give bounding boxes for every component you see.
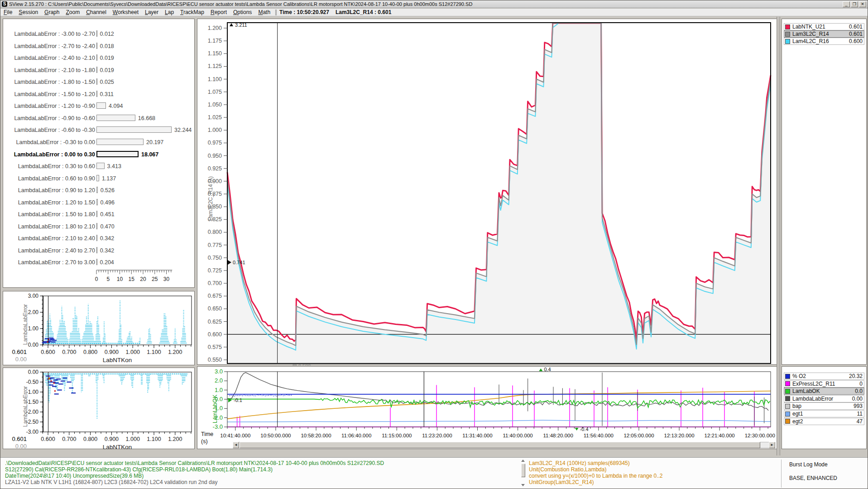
time-axis-tick: 11:15:00.000 [382,433,412,438]
min-value-marker: 0.580 [298,363,311,365]
histogram-bar [96,126,172,133]
menu-channel[interactable]: Channel [83,9,110,15]
histogram-bin-label: LambdaLabError : 0.30 to 0.60 [3,163,95,169]
histogram-bin-label: LambdaLabError : -0.30 to 0.00 [3,139,95,145]
channel-info-line: convert using y=(x/1000)+0 to Lambda in … [529,473,663,479]
min-marker-icon [293,365,297,365]
histogram-bin-value: 0.311 [100,91,114,97]
scatter-y-tick: -0.50 [26,379,39,385]
histogram-row[interactable]: LambdaLabError : 0.00 to 0.3018.067 [3,150,193,159]
histogram-row[interactable]: LambdaLabError : 0.30 to 0.603.413 [3,162,193,170]
legend-item-labntk-u21[interactable]: LabNTK_U210.601 [784,23,864,30]
legend-item-egt2[interactable]: egt247 [784,418,864,425]
legend-item-lam3l2c-r14[interactable]: Lam3L2C_R140.601 [784,30,864,38]
histogram-bin-value: 0.342 [100,235,114,242]
histogram-row[interactable]: LambdaLabError : 2.40 to 2.700.342 [3,247,193,255]
legend-item-lambdalaberror[interactable]: LambdaLabError0.00 [784,395,864,402]
histogram-row[interactable]: LambdaLabError : 1.20 to 1.500.496 [3,199,193,207]
histogram-axis-label: 20 [140,276,146,282]
histogram-row[interactable]: LambdaLabError : -1.50 to -1.200.311 [3,90,193,98]
scroll-up-icon[interactable] [521,460,525,462]
main-chart-y-tick: 1.200 [208,25,222,31]
time-axis-tick: 10:58:20.000 [301,433,331,438]
main-lambda-chart-panel[interactable]: Lam3L2C_R14 (λ) 1.2001.1751.1501.1251.10… [197,19,778,365]
menu-math[interactable]: Math [255,9,273,15]
histogram-row[interactable]: LambdaLabError : -1.20 to -0.904.094 [3,102,193,110]
histogram-row[interactable]: LambdaLabError : -0.60 to -0.3032.244 [3,126,193,134]
channel-name: LamLabOK [792,388,855,394]
scatter-error-positive-panel[interactable]: LambdaLabError 3.002.001.000.000.6000.70… [3,291,195,365]
scatter_error_neg[interactable]: 0.00-0.50-1.00-1.50-2.00-2.50-3.000.6000… [3,368,195,450]
lambda-error-histogram-panel[interactable]: LambdaLabError : -3.00 to -2.700.012Lamb… [3,19,195,288]
panel-splitter[interactable] [777,17,780,455]
scatter-x-tick: 0.600 [41,349,55,355]
menu-worksheet[interactable]: Worksheet [110,9,142,15]
channel-info-scroll-thumb[interactable] [521,464,525,477]
histogram-row[interactable]: LambdaLabError : -3.00 to -2.700.012 [3,30,193,38]
histogram-row[interactable]: LambdaLabError : 0.90 to 1.200.526 [3,186,193,194]
minimize-button[interactable]: _ [843,1,850,7]
menu-zoom[interactable]: Zoom [62,9,83,15]
lower-chart-y-tick: -1.0 [213,405,223,412]
lamlabok-chart[interactable]: 3.02.01.00.0-1.0-2.0-3.010:41:40.00010:5… [197,367,779,450]
main-chart-y-tick: 1.125 [208,63,222,69]
channel-color-swatch [785,419,790,424]
scatter-dense-point [58,383,63,384]
channel-value: 0.0 [855,388,864,394]
menu-lap[interactable]: Lap [162,9,177,15]
main-lambda-chart[interactable]: 1.2001.1751.1501.1251.1001.0751.0501.025… [197,19,779,365]
menu-trackmap[interactable]: TrackMap [177,9,207,15]
lamlabok-chart-panel[interactable]: LamLabOK ◄ ► 3.02.01.00.0-1.0-2.0-3.010:… [197,366,778,449]
histogram-row[interactable]: LambdaLabError : 2.70 to 3.000.204 [3,258,193,266]
scatter-x-tick: 0.700 [62,349,76,355]
scatter_error_pos[interactable]: 3.002.001.000.000.6000.7000.8000.9001.00… [3,291,195,366]
histogram-bin-value: 3.413 [107,163,121,169]
scroll-down-icon[interactable] [521,484,525,486]
menu-file[interactable]: File [0,9,15,15]
lamlabok-left-marker: -0.1 [234,397,242,403]
histogram-row[interactable]: LambdaLabError : 1.80 to 2.100.470 [3,223,193,231]
histogram-bin-label: LambdaLabError : -0.90 to -0.60 [3,115,95,121]
menu-separator [275,10,277,15]
channel-color-swatch [785,412,790,416]
histogram-row[interactable]: LambdaLabError : 0.60 to 0.901.137 [3,174,193,183]
scatter-x-tick: 1.000 [126,436,140,442]
histogram-bin-value: 0.470 [100,223,114,230]
histogram-row[interactable]: LambdaLabError : 2.10 to 2.400.342 [3,234,193,242]
histogram-bin-label: LambdaLabError : -1.20 to -0.90 [3,103,95,109]
channel-info-scrollbar[interactable] [521,459,526,487]
main-chart-y-tick: 0.800 [208,229,222,235]
scatter-dense-point [50,378,54,378]
menu-options[interactable]: Options [230,9,255,15]
histogram-bin-value: 0.018 [100,43,114,49]
menu-report[interactable]: Report [207,9,230,15]
menu-session[interactable]: Session [15,9,41,15]
histogram-row[interactable]: LambdaLabError : -0.30 to 0.0020.197 [3,138,193,146]
histogram-row[interactable]: LambdaLabError : -0.90 to -0.6016.668 [3,114,193,122]
legend-item-lamlabok[interactable]: LamLabOK0.0 [784,387,864,395]
histogram-bar [96,259,97,265]
legend-item-expressl2c-r11[interactable]: ExPressL2C_R110 [784,380,864,387]
main-chart-y-tick: 0.875 [208,191,222,197]
legend-item-lam4l2c-r16[interactable]: Lam4L2C_R160.600 [784,38,864,45]
lamlabok-max-marker: 0.4 [544,367,551,372]
scatter-y-tick: -2.50 [26,419,39,425]
legend-item-egt1[interactable]: egt111 [784,410,864,417]
histogram-row[interactable]: LambdaLabError : -2.70 to -2.400.018 [3,42,193,50]
menu-graph[interactable]: Graph [41,9,62,15]
histogram-row[interactable]: LambdaLabError : -2.40 to -2.100.019 [3,54,193,62]
histogram-row[interactable]: LambdaLabError : -2.10 to -1.800.019 [3,66,193,74]
histogram-bar [96,115,135,121]
time-axis-tick: 11:23:20.000 [422,433,452,438]
close-button[interactable]: ✕ [859,1,866,7]
scatter-dense-point [61,381,65,382]
scatter-error-negative-panel[interactable]: LambdaLabError 0.00-0.50-1.00-1.50-2.00-… [3,368,195,449]
menu-layer[interactable]: Layer [142,9,162,15]
histogram-row[interactable]: LambdaLabError : -1.80 to -1.500.025 [3,78,193,86]
legend-item-bap[interactable]: bap993 [784,402,864,410]
time-axis-tick: 10:50:00.000 [260,433,291,438]
legend-item--o2[interactable]: % O220.32 [784,373,864,380]
restore-button[interactable]: ❐ [851,1,858,7]
channel-value: 993 [854,403,864,409]
histogram-row[interactable]: LambdaLabError : 1.50 to 1.800.451 [3,210,193,218]
